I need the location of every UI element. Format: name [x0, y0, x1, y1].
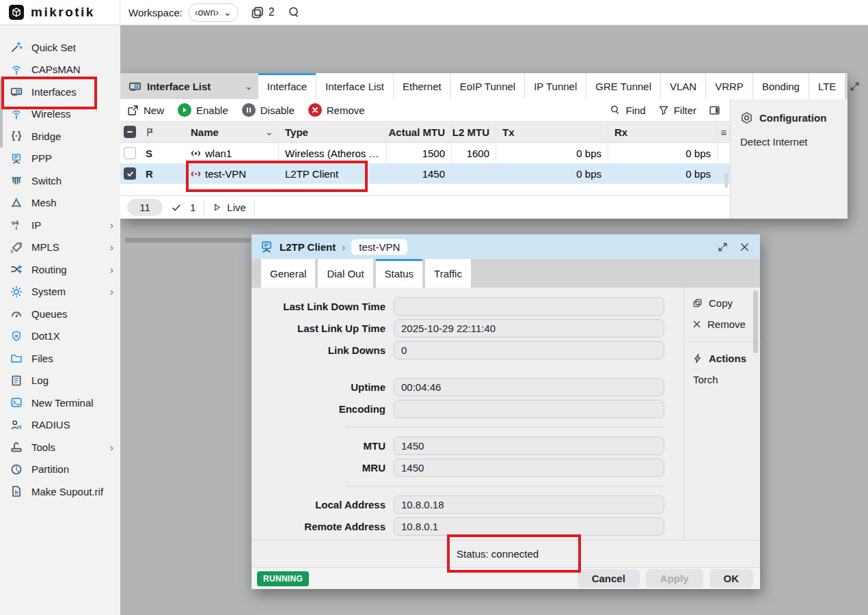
row-flag: S [139, 143, 185, 163]
column-header-rx[interactable]: Rx [608, 122, 718, 142]
column-label: Type [285, 126, 308, 138]
last-link-up-time-field[interactable]: 2025-10-29 22:11:40 [394, 319, 664, 338]
form-row: MRU1450 [252, 459, 683, 477]
supout-file-icon [10, 485, 23, 497]
sidebar-item-quick-set[interactable]: Quick Set [0, 36, 120, 59]
tab-interface-list[interactable]: Interface List [316, 73, 394, 99]
ok-button[interactable]: OK [709, 569, 754, 588]
column-header-type[interactable]: Type [279, 122, 387, 142]
sidebar-item-mpls[interactable]: MPLS › [0, 236, 120, 259]
remove-button[interactable]: Remove [308, 103, 365, 117]
sidebar-item-log[interactable]: Log [0, 370, 120, 392]
last-link-down-time-field[interactable] [394, 297, 664, 316]
uptime-field[interactable]: 00:04:46 [394, 378, 664, 396]
running-badge: RUNNING [257, 571, 309, 586]
maximize-button[interactable] [845, 77, 863, 95]
scrollbar-thumb[interactable] [753, 290, 758, 353]
sidebar-item-label: CAPsMAN [31, 64, 81, 75]
column-header-l2-mtu[interactable]: L2 MTU [452, 122, 496, 142]
column-menu-button[interactable]: ≡ [718, 122, 730, 142]
form-row: MTU1450 [252, 437, 683, 455]
column-header-tx[interactable]: Tx [496, 122, 608, 142]
close-button[interactable] [735, 238, 753, 256]
filter-button[interactable]: Filter [658, 105, 696, 116]
l2tp-scrollbar[interactable] [753, 290, 758, 535]
tab-dial-out[interactable]: Dial Out [318, 259, 373, 288]
tab-ethernet[interactable]: Ethernet [394, 73, 451, 99]
encoding-field[interactable] [394, 400, 664, 418]
sidebar-item-bridge[interactable]: Bridge [0, 125, 120, 148]
tab-general[interactable]: General [261, 259, 316, 288]
torch-button[interactable]: Torch [692, 374, 760, 385]
apply-button[interactable]: Apply [646, 569, 703, 588]
remove-button[interactable]: Remove [692, 318, 760, 330]
sidebar-item-files[interactable]: Files [0, 347, 120, 370]
column-header-actual-mtu[interactable]: Actual MTU [387, 122, 452, 142]
maximize-button[interactable] [714, 238, 731, 256]
tab-ip-tunnel[interactable]: IP Tunnel [525, 73, 586, 99]
shield-icon [10, 330, 23, 342]
tab-eoip-tunnel[interactable]: EoIP Tunnel [451, 73, 525, 99]
tab-vrrp[interactable]: VRRP [706, 73, 753, 99]
tab-traffic[interactable]: Traffic [425, 259, 472, 288]
sidebar-item-switch[interactable]: Switch [0, 169, 120, 192]
mru-field[interactable]: 1450 [394, 459, 664, 477]
enable-button[interactable]: Enable [178, 103, 228, 117]
enable-play-icon [178, 103, 191, 117]
column-header-name[interactable]: Name⌄ [185, 122, 279, 142]
sidebar-item-queues[interactable]: Queues [0, 303, 120, 325]
detect-internet-item[interactable]: Detect Internet [740, 136, 847, 148]
table-row-wlan1[interactable]: S wlan1 Wireless (Atheros … 1500 1600 0 … [120, 143, 730, 163]
x-icon [692, 320, 701, 329]
row-actual-mtu: 1500 [387, 143, 452, 163]
sidebar-scrollbar[interactable] [0, 79, 3, 148]
sidebar-item-capsman[interactable]: CAPsMAN [0, 59, 120, 81]
sidebar-item-new-terminal[interactable]: New Terminal [0, 392, 120, 414]
column-header-flags[interactable] [139, 122, 185, 142]
row-checkbox[interactable] [120, 143, 139, 163]
global-search-button[interactable] [287, 5, 301, 19]
toggle-side-panel-button[interactable] [709, 105, 720, 116]
form-row: Remote Address10.8.0.1 [252, 517, 683, 536]
interface-list-tabs: Interface Interface List Ethernet EoIP T… [258, 73, 846, 99]
tab-status[interactable]: Status [376, 259, 424, 288]
cancel-button[interactable]: Cancel [578, 569, 640, 588]
sidebar-item-ppp[interactable]: PPP [0, 148, 120, 170]
window-interface-list: Interface List ⌄ Interface Interface Lis… [120, 73, 847, 219]
tab-interface[interactable]: Interface [258, 73, 316, 99]
sidebar-item-ip[interactable]: v4 IP › [0, 214, 120, 236]
mtu-field[interactable]: 1450 [394, 437, 664, 455]
disable-button[interactable]: Disable [242, 103, 295, 117]
sidebar-item-system[interactable]: System › [0, 281, 120, 303]
row-checkbox[interactable] [120, 163, 139, 184]
sidebar-item-interfaces[interactable]: Interfaces [0, 81, 120, 103]
new-button[interactable]: New [127, 105, 164, 116]
switch-icon [10, 174, 23, 187]
sidebar-item-partition[interactable]: Partition [0, 459, 120, 481]
sidebar-item-tools[interactable]: Tools › [0, 436, 120, 459]
local-address-field[interactable]: 10.8.0.18 [394, 495, 664, 514]
tab-lte[interactable]: LTE [809, 73, 845, 99]
sidebar-item-wireless[interactable]: Wireless [0, 103, 120, 126]
tab-vlan[interactable]: VLAN [661, 73, 706, 99]
remote-address-field[interactable]: 10.8.0.1 [394, 517, 664, 536]
brand-logo: mikrotik [0, 0, 120, 25]
copy-button[interactable]: Copy [692, 297, 760, 309]
sidebar-item-dot1x[interactable]: Dot1X [0, 325, 120, 348]
window-menu-button[interactable]: ⌄ [239, 73, 258, 99]
live-button[interactable]: Live [213, 202, 246, 213]
sidebar-item-make-supout[interactable]: Make Supout.rif [0, 480, 120, 503]
link-downs-field[interactable]: 0 [394, 341, 664, 359]
table-vertical-scrollbar[interactable] [724, 173, 728, 188]
sidebar-item-radius[interactable]: RADIUS [0, 414, 120, 437]
sidebar-item-mesh[interactable]: Mesh [0, 192, 120, 215]
find-button[interactable]: Find [610, 105, 645, 116]
table-row-test-vpn[interactable]: R test-VPN L2TP Client 1450 0 bps 0 bps [120, 163, 730, 184]
workspace-select[interactable]: ‹own› ⌄ [188, 3, 239, 22]
open-windows-button[interactable]: 2 [251, 5, 275, 19]
tools-icon [10, 441, 23, 453]
select-all-checkbox[interactable] [120, 122, 139, 142]
tab-gre-tunnel[interactable]: GRE Tunnel [586, 73, 661, 99]
sidebar-item-routing[interactable]: Routing › [0, 258, 120, 281]
tab-bonding[interactable]: Bonding [753, 73, 809, 99]
